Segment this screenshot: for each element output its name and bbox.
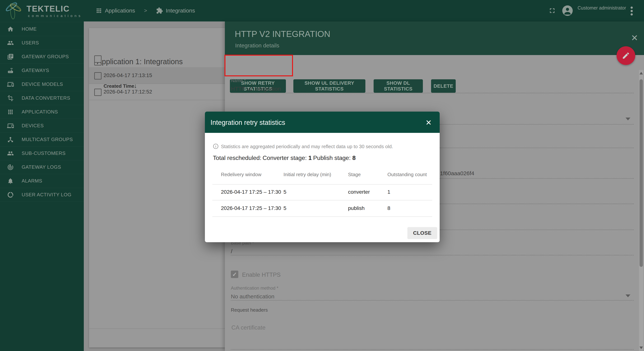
- extension-icon: [156, 7, 163, 14]
- delete-button[interactable]: DELETE: [431, 79, 456, 93]
- auth-method-label: Authentication method *: [231, 286, 278, 291]
- info-icon: [213, 143, 219, 149]
- select-all-checkbox[interactable]: [94, 56, 102, 63]
- sidebar-item-data-converters[interactable]: DATA CONVERTERS: [0, 91, 84, 105]
- field-underline: [231, 300, 634, 300]
- name-field-value[interactable]: HTTP v2 Integration: [231, 86, 281, 92]
- sidebar: TEKTELIC communications HOME USERS GATEW…: [0, 0, 84, 351]
- brand-name: TEKTELIC: [26, 4, 70, 14]
- cell-delay: 5: [284, 205, 286, 211]
- sidebar-item-sub-customers[interactable]: SUB-CUSTOMERS: [0, 146, 84, 160]
- name-field-label: Name *: [231, 78, 246, 83]
- enable-https-checkbox[interactable]: ✓: [231, 270, 238, 278]
- retry-statistics-dialog: Integration retry statistics ✕ Statistic…: [205, 112, 440, 242]
- user-name: Customer administrator: [578, 5, 626, 11]
- apps-icon: [96, 7, 102, 14]
- row-checkbox[interactable]: [94, 89, 102, 96]
- breadcrumb-separator-icon: >: [144, 8, 147, 14]
- scroll-down-arrow-icon[interactable]: [640, 346, 643, 349]
- field-underline: [440, 148, 634, 148]
- brand-logo-icon: [3, 1, 26, 20]
- sidebar-item-gateway-groups[interactable]: GATEWAY GROUPS: [0, 50, 84, 64]
- table-row[interactable]: 2026-04-17 17:12:52: [89, 84, 225, 100]
- brand-tagline: communications: [28, 14, 82, 18]
- sidebar-item-user-activity-log[interactable]: USER ACTIVITY LOG: [0, 188, 84, 202]
- scroll-up-arrow-icon[interactable]: [640, 72, 643, 74]
- avatar[interactable]: [562, 6, 573, 16]
- divider: [89, 100, 225, 100]
- cell-stage: converter: [348, 189, 370, 195]
- close-icon[interactable]: ✕: [631, 34, 638, 42]
- field-underline: [231, 349, 634, 350]
- table-row[interactable]: 2026-04-17 17:13:15: [89, 67, 225, 84]
- row-created-time: 2026-04-17 17:12:52: [104, 89, 152, 95]
- kebab-menu-icon[interactable]: [630, 6, 633, 16]
- auth-select-arrow-icon[interactable]: [626, 294, 630, 297]
- auth-method-value[interactable]: No authentication: [231, 293, 274, 300]
- detail-title: HTTP V2 INTEGRATION: [235, 29, 330, 39]
- endpoint-url-fragment[interactable]: 1f60aaa026f4: [440, 170, 474, 176]
- base-path-value[interactable]: /: [231, 248, 232, 254]
- ca-certificate-field[interactable]: CA certificate: [232, 324, 266, 331]
- field-underline: [440, 230, 634, 230]
- divider: [212, 184, 432, 184]
- breadcrumb-integrations: Integrations: [166, 8, 195, 14]
- check-icon: ✓: [232, 271, 237, 278]
- field-underline: [440, 178, 634, 179]
- cell-window: 2026-04-17 17:25 – 17:30: [221, 205, 281, 211]
- scrollbar-thumb[interactable]: [640, 79, 643, 267]
- sidebar-item-alarms[interactable]: ALARMS: [0, 174, 84, 188]
- totals-publish: Publish stage: 8: [313, 154, 356, 162]
- field-underline: [231, 93, 634, 93]
- breadcrumb: Applications > Integrations: [96, 7, 195, 14]
- sidebar-item-gateways[interactable]: GATEWAYS: [0, 64, 84, 78]
- list-panel-title: Application 1: Integrations: [97, 58, 183, 66]
- field-underline: [440, 124, 634, 125]
- col-initial-retry-delay: Initial retry delay (min): [284, 172, 331, 178]
- enable-https-label: Enable HTTPS: [242, 272, 281, 278]
- sidebar-item-home[interactable]: HOME: [0, 22, 84, 36]
- dialog-header: Integration retry statistics ✕: [205, 112, 440, 133]
- totals-label: Total rescheduled:: [213, 154, 262, 162]
- sidebar-item-gateway-logs[interactable]: GATEWAY LOGS: [0, 160, 84, 174]
- cell-window: 2026-04-17 17:25 – 17:30: [221, 189, 281, 195]
- sidebar-item-multicast-groups[interactable]: MULTICAST GROUPS: [0, 133, 84, 146]
- fullscreen-button[interactable]: [548, 7, 556, 14]
- annotation-highlight-box: [224, 55, 293, 76]
- divider: [89, 328, 225, 329]
- totals-converter: Converter stage: 1: [262, 154, 312, 162]
- cell-delay: 5: [284, 189, 286, 195]
- edit-fab-button[interactable]: [616, 46, 635, 65]
- publish-stage-value: 8: [352, 154, 356, 161]
- sidebar-item-device-models[interactable]: DEVICE MODELS: [0, 78, 84, 91]
- cell-count: 8: [388, 205, 390, 211]
- row-checkbox[interactable]: [94, 72, 102, 80]
- converter-stage-value: 1: [308, 154, 312, 161]
- top-bar: Applications > Integrations Customer adm…: [0, 0, 644, 22]
- sidebar-menu: HOME USERS GATEWAY GROUPS GATEWAYS DEVIC…: [0, 22, 84, 202]
- cell-stage: publish: [348, 205, 365, 211]
- scrollbar[interactable]: [639, 70, 644, 351]
- type-select-arrow-icon[interactable]: [626, 118, 630, 120]
- sidebar-item-devices[interactable]: DEVICES: [0, 119, 84, 133]
- breadcrumb-applications[interactable]: Applications: [105, 8, 135, 14]
- show-ul-delivery-statistics-button[interactable]: SHOW UL DELIVERY STATISTICS: [293, 79, 366, 93]
- field-underline: [440, 204, 634, 204]
- request-headers-label: Request headers: [231, 307, 268, 313]
- dialog-close-button[interactable]: CLOSE: [408, 227, 437, 239]
- dialog-close-icon[interactable]: ✕: [426, 118, 432, 127]
- dialog-title: Integration retry statistics: [210, 119, 285, 126]
- divider: [212, 200, 432, 200]
- col-outstanding-count: Outstanding count: [388, 172, 427, 178]
- sidebar-item-users[interactable]: USERS: [0, 36, 84, 50]
- dialog-info-text: Statistics are aggregated periodically a…: [221, 144, 393, 150]
- integrations-list-panel: Application 1: Integrations Created Time…: [89, 28, 225, 348]
- row-created-time: 2026-04-17 17:13:15: [104, 72, 152, 78]
- show-dl-statistics-button[interactable]: SHOW DL STATISTICS: [374, 79, 423, 93]
- sidebar-item-applications[interactable]: APPLICATIONS: [0, 105, 84, 119]
- divider: [212, 216, 432, 217]
- col-redelivery-window: Redelivery window: [221, 172, 262, 178]
- col-stage: Stage: [348, 172, 361, 178]
- cell-count: 1: [388, 189, 390, 195]
- detail-header: HTTP V2 INTEGRATION Integration details …: [225, 22, 644, 55]
